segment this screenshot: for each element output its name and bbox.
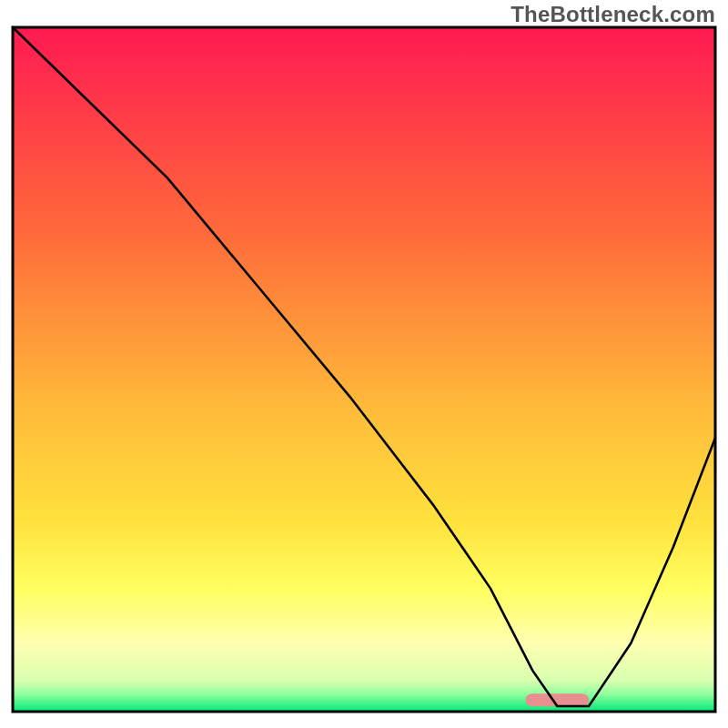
bottleneck-chart: TheBottleneck.com [0,0,728,728]
chart-canvas [0,0,728,728]
watermark-label: TheBottleneck.com [511,2,715,27]
